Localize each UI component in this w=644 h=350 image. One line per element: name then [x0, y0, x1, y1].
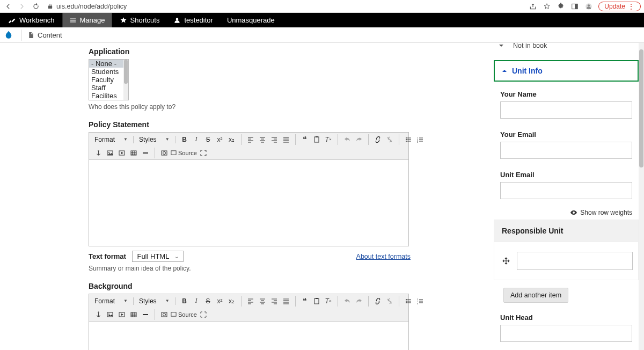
panel-icon[interactable] [570, 2, 579, 11]
forward-button[interactable] [17, 2, 27, 11]
your-name-input[interactable] [500, 101, 632, 119]
table-icon[interactable] [128, 309, 139, 320]
align-left-icon[interactable] [245, 134, 256, 145]
extensions-icon[interactable] [557, 2, 565, 11]
address-bar[interactable]: uis.edu/node/add/policy [47, 3, 127, 10]
redo-icon[interactable] [354, 134, 364, 145]
maximize-icon[interactable] [198, 148, 209, 158]
align-right-icon[interactable] [269, 134, 280, 145]
superscript-button[interactable]: x² [215, 296, 225, 307]
content-link[interactable]: Content [21, 30, 68, 41]
strike-button[interactable]: S [203, 296, 214, 307]
svg-point-33 [163, 313, 166, 316]
toolbar-user[interactable]: testeditor [167, 13, 219, 27]
iframe-icon[interactable] [159, 148, 170, 158]
styles-dropdown[interactable]: Styles▼ [137, 136, 172, 143]
application-option[interactable]: Facilites [89, 92, 128, 100]
star-icon[interactable] [543, 2, 551, 11]
application-option[interactable]: Students [89, 68, 128, 76]
toolbar-shortcuts[interactable]: Shortcuts [113, 13, 166, 27]
add-another-item-button[interactable]: Add another item [503, 288, 568, 303]
paste-icon[interactable] [311, 296, 322, 307]
policy-statement-textarea[interactable] [89, 160, 408, 246]
italic-button[interactable]: I [191, 296, 202, 307]
listbox-scrollbar[interactable] [123, 60, 128, 100]
anchor-icon[interactable] [93, 309, 104, 320]
maximize-icon[interactable] [198, 309, 209, 320]
your-email-input[interactable] [500, 142, 632, 159]
reload-button[interactable] [31, 2, 41, 11]
align-center-icon[interactable] [257, 296, 268, 307]
link-icon[interactable] [372, 296, 383, 307]
bullet-list-icon[interactable] [403, 134, 414, 145]
styles-dropdown[interactable]: Styles▼ [137, 297, 172, 305]
svg-rect-16 [131, 151, 136, 155]
unit-head-input[interactable] [500, 325, 632, 342]
text-format-select[interactable]: Full HTML ⌄ [132, 251, 184, 262]
align-justify-icon[interactable] [281, 134, 291, 145]
bold-button[interactable]: B [179, 296, 190, 307]
unlink-icon[interactable] [384, 296, 395, 307]
strike-button[interactable]: S [203, 134, 214, 145]
about-text-formats-link[interactable]: About text formats [356, 253, 411, 260]
remove-format-icon[interactable]: T× [323, 134, 334, 145]
blockquote-icon[interactable]: ❝ [299, 296, 310, 307]
align-justify-icon[interactable] [281, 296, 291, 307]
book-outline-row[interactable]: Not in book [497, 43, 639, 52]
redo-icon[interactable] [354, 296, 364, 307]
back-button[interactable] [3, 2, 13, 11]
format-dropdown[interactable]: Format▼ [92, 136, 130, 143]
bullet-list-icon[interactable] [403, 296, 414, 307]
subscript-button[interactable]: x₂ [226, 296, 237, 307]
show-row-weights[interactable]: Show row weights [500, 209, 632, 216]
application-select[interactable]: - None - Students Faculty Staff Facilite… [89, 59, 129, 100]
source-button[interactable]: Source [171, 148, 197, 158]
toolbar-workbench[interactable]: Workbench [2, 13, 61, 27]
drupal-icon[interactable] [3, 30, 14, 40]
hr-icon[interactable] [140, 148, 151, 158]
media-icon[interactable] [116, 148, 127, 158]
table-icon[interactable] [128, 148, 139, 158]
link-icon[interactable] [372, 134, 383, 145]
profile-icon[interactable] [584, 2, 593, 11]
application-option[interactable]: Faculty [89, 76, 128, 84]
application-option[interactable]: Staff [89, 84, 128, 92]
align-left-icon[interactable] [245, 296, 256, 307]
number-list-icon[interactable]: 123 [415, 134, 426, 145]
source-button[interactable]: Source [171, 309, 197, 320]
media-icon[interactable] [116, 309, 127, 320]
toolbar-unmasquerade[interactable]: Unmasquerade [221, 13, 281, 27]
responsible-unit-input[interactable] [517, 252, 633, 270]
iframe-icon[interactable] [159, 309, 170, 320]
paste-icon[interactable] [311, 134, 322, 145]
blockquote-icon[interactable]: ❝ [299, 134, 310, 145]
number-list-icon[interactable]: 123 [415, 296, 426, 307]
undo-icon[interactable] [342, 134, 353, 145]
share-icon[interactable] [529, 2, 537, 11]
superscript-button[interactable]: x² [215, 134, 225, 145]
svg-point-7 [406, 137, 407, 138]
background-textarea[interactable] [89, 322, 408, 350]
unit-info-accordion[interactable]: Unit Info [494, 60, 639, 82]
svg-text:3: 3 [417, 302, 419, 304]
undo-icon[interactable] [342, 296, 353, 307]
image-icon[interactable] [105, 309, 115, 320]
application-option[interactable]: - None - [89, 60, 128, 68]
hr-icon[interactable] [140, 309, 151, 320]
italic-button[interactable]: I [191, 134, 202, 145]
update-button[interactable]: Update ⋮ [598, 2, 641, 11]
bold-button[interactable]: B [179, 134, 190, 145]
image-icon[interactable] [105, 148, 115, 158]
anchor-icon[interactable] [93, 148, 104, 158]
unit-email-label: Unit Email [500, 171, 632, 179]
align-center-icon[interactable] [257, 134, 268, 145]
remove-format-icon[interactable]: T× [323, 296, 334, 307]
format-dropdown[interactable]: Format▼ [92, 297, 130, 305]
unit-email-input[interactable] [500, 182, 632, 199]
toolbar-manage[interactable]: Manage [62, 13, 112, 27]
drag-handle-icon[interactable] [500, 257, 513, 265]
subscript-button[interactable]: x₂ [226, 134, 237, 145]
align-right-icon[interactable] [269, 296, 280, 307]
page-scrollbar[interactable] [639, 43, 644, 350]
unlink-icon[interactable] [384, 134, 395, 145]
